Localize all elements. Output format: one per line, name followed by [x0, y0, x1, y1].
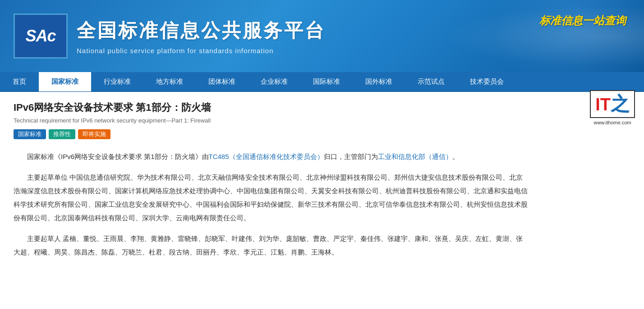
header: SAc 全国标准信息公共服务平台 National public service…	[0, 0, 644, 72]
para1-prefix: 国家标准《IPv6网络安全设备技术要求 第1部分：防火墙》由	[27, 153, 209, 160]
paragraph-authors: 主要起草人 孟楠、董悦、王雨晨、李翔、黄雅静、雷晓锋、彭晓军、叶建伟、刘为华、庞…	[14, 232, 528, 259]
nav-item-enterprise-standard[interactable]: 企业标准	[248, 72, 300, 91]
nav-item-industry-standard[interactable]: 行业标准	[91, 72, 143, 91]
paragraph-tc: 国家标准《IPv6网络安全设备技术要求 第1部分：防火墙》由TC485（全国通信…	[14, 150, 528, 164]
header-slogan: 标准信息一站查询	[539, 14, 626, 28]
paragraph-drafters: 主要起草单位 中国信息通信研究院、华为技术有限公司、北京天融信网络安全技术有限公…	[14, 171, 528, 225]
badge-national-standard: 国家标准	[14, 129, 46, 139]
watermark-logo: IT之	[590, 90, 635, 118]
site-logo[interactable]: SAc	[14, 14, 68, 59]
nav-item-home[interactable]: 首页	[0, 72, 39, 91]
page-title-en: Technical requirement for IPv6 network s…	[14, 117, 528, 124]
main-content: IPv6网络安全设备技术要求 第1部分：防火墙 Technical requir…	[0, 92, 541, 284]
badge-recommended: 推荐性	[49, 129, 75, 139]
nav-item-international-standard[interactable]: 国际标准	[300, 72, 353, 91]
nav-item-national-standard[interactable]: 国家标准	[39, 72, 91, 91]
nav-item-group-standard[interactable]: 团体标准	[196, 72, 248, 91]
nav-item-demo-pilot[interactable]: 示范试点	[405, 72, 457, 91]
tc-link[interactable]: TC485（全国通信标准化技术委员会）	[209, 153, 324, 160]
para1-end: 。	[452, 153, 459, 160]
nav-item-local-standard[interactable]: 地方标准	[143, 72, 196, 91]
watermark-logo-text: IT之	[595, 95, 630, 114]
badge-group: 国家标准 推荐性 即将实施	[14, 129, 528, 139]
watermark-it: IT	[595, 95, 611, 114]
badge-coming-soon: 即将实施	[78, 129, 110, 139]
content-body: 国家标准《IPv6网络安全设备技术要求 第1部分：防火墙》由TC485（全国通信…	[14, 150, 528, 259]
watermark-home: 之	[611, 93, 630, 114]
page-title-cn: IPv6网络安全设备技术要求 第1部分：防火墙	[14, 101, 528, 114]
navigation: 首页 国家标准 行业标准 地方标准 团体标准 企业标准 国际标准 国外标准 示范…	[0, 72, 644, 92]
logo-text: SAc	[25, 27, 55, 45]
watermark-url: www.ithome.com	[590, 120, 635, 125]
dept-link[interactable]: 工业和信息化部（通信）	[378, 153, 452, 160]
nav-item-foreign-standard[interactable]: 国外标准	[353, 72, 405, 91]
para1-mid: 归口，主管部门为	[324, 153, 378, 160]
site-title-en: National public service platform for sta…	[77, 47, 630, 55]
watermark: IT之 www.ithome.com	[590, 90, 635, 125]
nav-item-technical-committee[interactable]: 技术委员会	[457, 72, 516, 91]
